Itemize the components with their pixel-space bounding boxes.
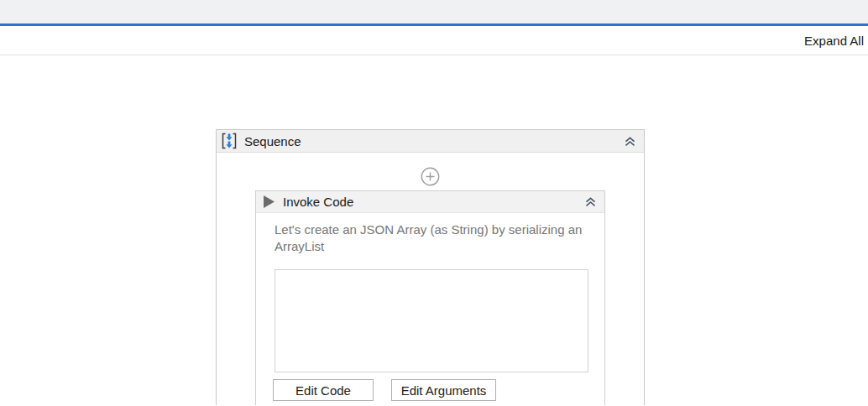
add-activity-row [217,167,644,186]
workflow-canvas[interactable]: Sequence [0,55,868,405]
activity-annotation: Let's create an JSON Array (as String) b… [275,221,588,255]
sequence-icon [221,132,238,150]
invoke-code-body: Let's create an JSON Array (as String) b… [256,221,604,401]
invoke-code-title: Invoke Code [283,195,353,209]
sequence-title: Sequence [244,134,301,148]
sequence-body: Invoke Code Let's create an JSON Array (… [217,167,644,405]
plus-circle-icon [421,167,440,186]
sequence-collapse-button[interactable] [622,133,637,148]
designer-toolbar: Expand All [0,26,868,55]
invoke-code-header[interactable]: Invoke Code [256,191,604,213]
sequence-activity-card[interactable]: Sequence [216,129,645,405]
sequence-header[interactable]: Sequence [217,130,644,153]
add-activity-button[interactable] [421,167,440,186]
edit-code-button[interactable]: Edit Code [273,379,374,401]
invoke-code-activity-card[interactable]: Invoke Code Let's create an JSON Array (… [255,190,605,405]
chevron-double-up-icon [623,134,637,148]
code-preview-box [275,269,588,372]
ribbon-strip [0,0,868,23]
play-triangle-icon [261,194,276,210]
invoke-code-buttons: Edit Code Edit Arguments [273,379,587,401]
edit-arguments-button[interactable]: Edit Arguments [391,379,496,401]
expand-all-button[interactable]: Expand All [804,34,864,48]
chevron-double-up-icon [583,195,598,209]
invoke-code-collapse-button[interactable] [583,195,598,210]
